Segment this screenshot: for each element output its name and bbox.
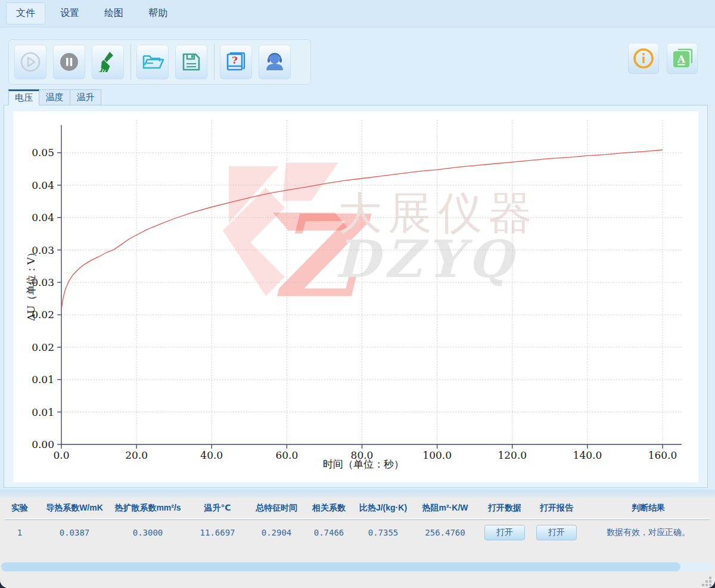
language-button[interactable]: A (667, 43, 698, 74)
brush-icon (95, 49, 120, 74)
about-button[interactable] (628, 43, 659, 74)
table-header-separator (5, 518, 710, 520)
folder-open-icon (139, 49, 166, 75)
resize-grip[interactable] (698, 574, 711, 586)
x-tick-label: 160.0 (648, 449, 677, 461)
col-thermal-resistance: 热阻m²·K/W (412, 503, 478, 514)
cell-conductivity: 0.0387 (39, 528, 110, 537)
col-open-data: 打开数据 (478, 503, 531, 514)
table-row: 1 0.0387 0.3000 11.6697 0.2904 0.7466 0.… (0, 521, 715, 545)
svg-text:DZYQ: DZYQ (335, 229, 517, 289)
voltage-time-chart: Z大展仪器DZYQ0.050.040.040.030.030.020.020.0… (13, 111, 698, 483)
pause-button[interactable] (53, 45, 85, 79)
col-temp-rise: 温升℃ (186, 503, 249, 514)
help-book-icon: ? (223, 49, 249, 75)
font-a-icon: A (670, 46, 695, 71)
menu-settings[interactable]: 设置 (50, 2, 89, 24)
start-button (14, 45, 46, 79)
help-button[interactable]: ? (220, 45, 252, 79)
tab-temperature[interactable]: 温度 (39, 89, 70, 105)
open-data-button[interactable]: 打开 (484, 525, 525, 540)
x-tick-label: 60.0 (275, 449, 298, 461)
tabstrip: 电压 温度 温升 (8, 89, 101, 105)
menu-plot[interactable]: 绘图 (94, 2, 133, 24)
support-button[interactable] (259, 45, 291, 79)
tab-voltage[interactable]: 电压 (8, 89, 39, 105)
x-tick-label: 20.0 (125, 449, 148, 461)
save-button[interactable] (175, 45, 207, 79)
info-icon (632, 46, 655, 70)
headset-person-icon (262, 49, 288, 75)
y-tick-label: 0.04 (32, 179, 54, 191)
col-open-report: 打开报告 (531, 503, 582, 514)
col-char-time: 总特征时间 (249, 503, 304, 514)
toolbar-row: ? A (0, 27, 715, 89)
x-tick-label: 40.0 (200, 449, 223, 461)
col-conductivity: 导热系数W/mK (39, 503, 110, 514)
x-tick-label: 100.0 (422, 449, 452, 461)
pause-icon (57, 50, 81, 74)
horizontal-scrollbar-thumb[interactable] (1, 562, 680, 571)
col-experiment: 实验 (0, 503, 39, 514)
cell-result: 数据有效，对应正确。 (582, 527, 715, 538)
menu-help[interactable]: 帮助 (138, 2, 178, 24)
menubar: 文件 设置 绘图 帮助 (0, 0, 715, 27)
save-icon (179, 49, 204, 74)
cell-char-time: 0.2904 (249, 528, 304, 537)
watermark: Z大展仪器DZYQ (223, 163, 538, 323)
menu-file[interactable]: 文件 (6, 2, 45, 24)
toolbar-separator (130, 43, 131, 80)
svg-text:A: A (677, 53, 686, 65)
horizontal-scrollbar-track[interactable] (1, 562, 713, 571)
y-tick-label: 0.04 (32, 211, 54, 223)
y-tick-label: 0.01 (32, 374, 54, 385)
y-axis-title: ΔU（单位：V） (25, 247, 37, 321)
x-axis-title: 时间（单位：秒） (323, 458, 404, 470)
open-report-button[interactable]: 打开 (536, 525, 577, 540)
y-tick-label: 0.00 (32, 438, 54, 450)
cell-correlation: 0.7466 (304, 528, 354, 537)
x-tick-label: 140.0 (573, 449, 602, 461)
toolbar: ? (8, 39, 311, 85)
cell-temp-rise: 11.6697 (186, 528, 249, 537)
col-diffusivity: 热扩散系数mm²/s (110, 503, 186, 514)
tab-temp-rise[interactable]: 温升 (70, 89, 101, 105)
cell-thermal-resistance: 256.4760 (412, 528, 478, 537)
cell-diffusivity: 0.3000 (110, 528, 186, 537)
clear-button[interactable] (92, 45, 124, 79)
y-tick-label: 0.02 (32, 341, 54, 353)
chart-panel: Z大展仪器DZYQ0.050.040.040.030.030.020.020.0… (13, 111, 698, 483)
cell-specific-heat: 0.7355 (354, 528, 412, 537)
play-icon (18, 50, 42, 74)
col-specific-heat: 比热J/(kg·K) (354, 503, 412, 514)
open-button[interactable] (136, 45, 169, 79)
app-window: 文件 设置 绘图 帮助 (0, 0, 715, 588)
table-header-row: 实验 导热系数W/mK 热扩散系数mm²/s 温升℃ 总特征时间 相关系数 比热… (0, 498, 715, 518)
toolbar-separator (214, 43, 214, 80)
results-panel: 实验 导热系数W/mK 热扩散系数mm²/s 温升℃ 总特征时间 相关系数 比热… (0, 490, 715, 588)
x-tick-label: 120.0 (498, 449, 527, 461)
y-tick-label: 0.01 (32, 406, 54, 418)
cell-experiment: 1 (0, 528, 39, 537)
svg-text:?: ? (232, 54, 238, 66)
col-correlation: 相关系数 (304, 503, 354, 514)
x-tick-label: 0.0 (53, 449, 69, 461)
y-tick-label: 0.05 (32, 147, 54, 158)
col-result: 判断结果 (582, 503, 715, 514)
